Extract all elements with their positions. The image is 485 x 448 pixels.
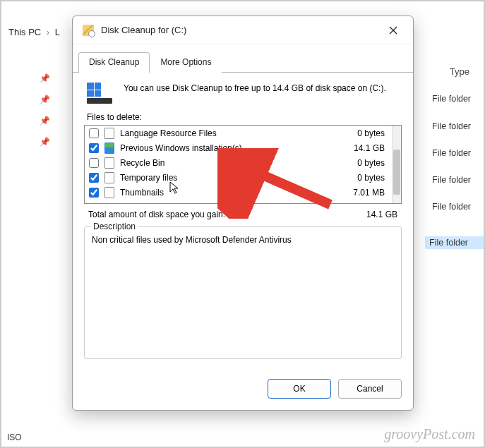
file-icon: [104, 172, 114, 183]
close-button[interactable]: [379, 20, 407, 41]
file-name: Thumbnails: [120, 188, 325, 198]
pin-icon: 📌: [40, 116, 50, 126]
total-value: 14.1 GB: [366, 210, 397, 219]
file-checkbox[interactable]: [89, 143, 99, 153]
file-icon: [104, 128, 114, 139]
description-text: Non critical files used by Microsoft Def…: [92, 234, 394, 246]
dialog-title: Disk Cleanup for (C:): [101, 25, 379, 35]
description-legend: Description: [90, 222, 138, 231]
list-item[interactable]: Temporary files 0 bytes: [85, 170, 392, 185]
close-icon: [389, 26, 397, 35]
tab-strip: Disk Cleanup More Options: [73, 44, 413, 73]
file-name: Temporary files: [120, 173, 325, 183]
drive-icon: [87, 83, 112, 104]
scrollbar[interactable]: [392, 126, 401, 203]
file-size: 0 bytes: [331, 158, 388, 168]
type-cell: File folder: [425, 236, 484, 249]
type-cell: File folder: [432, 148, 471, 158]
ok-button[interactable]: OK: [268, 379, 331, 399]
pin-icon: 📌: [40, 137, 50, 147]
file-size: 14.1 GB: [331, 143, 388, 153]
type-cell: File folder: [432, 202, 471, 212]
intro-text: You can use Disk Cleanup to free up to 1…: [124, 83, 386, 104]
pin-icon: 📌: [40, 95, 50, 104]
file-name: Previous Windows installation(s): [120, 143, 325, 153]
dialog-body: You can use Disk Cleanup to free up to 1…: [73, 73, 413, 369]
scrollbar-thumb[interactable]: [393, 150, 400, 195]
breadcrumb: This PC › L: [8, 27, 60, 37]
list-item[interactable]: Recycle Bin 0 bytes: [85, 155, 392, 170]
tab-disk-cleanup[interactable]: Disk Cleanup: [78, 52, 150, 73]
tab-more-options[interactable]: More Options: [150, 52, 222, 73]
file-icon: [104, 157, 114, 169]
titlebar: Disk Cleanup for (C:): [73, 16, 413, 44]
file-checkbox[interactable]: [89, 188, 99, 198]
file-checkbox[interactable]: [89, 128, 99, 138]
total-label: Total amount of disk space you gain:: [88, 210, 225, 219]
breadcrumb-root[interactable]: This PC: [8, 27, 41, 37]
files-to-delete-label: Files to delete:: [87, 112, 399, 122]
type-cell: File folder: [432, 175, 471, 185]
file-checkbox[interactable]: [89, 158, 99, 168]
iso-label: ISO: [7, 432, 22, 442]
description-group: Description Non critical files used by M…: [84, 226, 402, 359]
file-size: 0 bytes: [331, 173, 388, 183]
pin-icon: 📌: [40, 73, 50, 83]
files-to-delete-list: Language Resource Files 0 bytes Previous…: [84, 125, 402, 204]
type-cell: File folder: [432, 121, 471, 131]
disk-cleanup-icon: [83, 25, 94, 36]
disk-cleanup-dialog: Disk Cleanup for (C:) Disk Cleanup More …: [72, 16, 414, 411]
file-checkbox[interactable]: [89, 173, 99, 183]
file-name: Recycle Bin: [120, 158, 325, 168]
cancel-button[interactable]: Cancel: [338, 379, 402, 399]
button-bar: OK Cancel: [73, 369, 413, 410]
chevron-right-icon: ›: [47, 27, 49, 37]
intro-row: You can use Disk Cleanup to free up to 1…: [84, 80, 402, 111]
list-item[interactable]: Thumbnails 7.01 MB: [85, 185, 392, 200]
breadcrumb-child[interactable]: L: [55, 27, 60, 37]
column-header-type[interactable]: Type: [450, 66, 469, 77]
file-icon: [104, 187, 114, 198]
type-cell: File folder: [432, 94, 471, 104]
file-name: Language Resource Files: [120, 128, 325, 138]
list-item[interactable]: Language Resource Files 0 bytes: [85, 126, 392, 140]
watermark: groovyPost.com: [384, 426, 475, 442]
file-size: 7.01 MB: [331, 188, 388, 198]
list-item[interactable]: Previous Windows installation(s) 14.1 GB: [85, 140, 392, 155]
windows-icon: [104, 143, 114, 154]
file-size: 0 bytes: [331, 128, 388, 138]
